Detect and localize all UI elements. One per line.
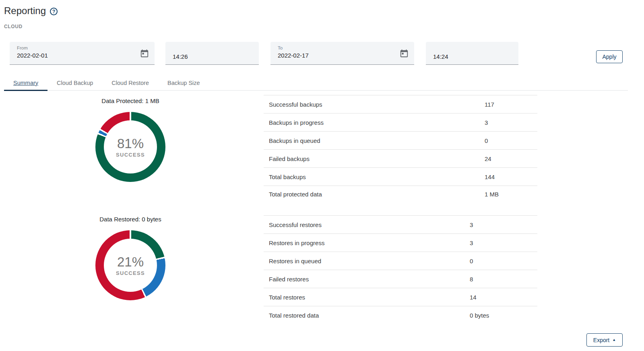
stat-row-failed-restores: Failed restores8 xyxy=(264,270,537,288)
stat-label: Restores in progress xyxy=(269,240,324,246)
stat-row-successful-backups: Successful backups117 xyxy=(264,95,537,114)
stat-value: 117 xyxy=(485,101,494,108)
apply-button[interactable]: Apply xyxy=(596,50,623,63)
from-date-value: 2022-02-01 xyxy=(17,52,150,59)
stat-label: Total protected data xyxy=(269,191,322,198)
donut-center: 21% SUCCESS xyxy=(104,239,157,292)
tab-summary[interactable]: Summary xyxy=(4,75,47,91)
tab-cloud-backup[interactable]: Cloud Backup xyxy=(47,75,102,91)
to-date-field[interactable]: To 2022-02-17 xyxy=(270,42,414,65)
stat-value: 3 xyxy=(485,119,488,126)
stat-value: 14 xyxy=(470,294,477,301)
stat-label: Successful backups xyxy=(269,101,322,108)
tab-bar: SummaryCloud BackupCloud RestoreBackup S… xyxy=(4,75,628,91)
stat-row-successful-restores: Successful restores3 xyxy=(264,216,537,234)
reporting-page: Reporting ? CLOUD From 2022-02-01 14:26 … xyxy=(0,0,644,351)
stat-row-total-restores: Total restores14 xyxy=(264,288,537,306)
stat-label: Failed backups xyxy=(269,155,310,162)
stat-value: 0 xyxy=(485,137,488,144)
stat-value: 1 MB xyxy=(485,191,499,198)
stat-row-restores-in-queued: Restores in queued0 xyxy=(264,252,537,270)
from-time-field[interactable]: 14:26 xyxy=(165,42,259,65)
stat-row-failed-backups: Failed backups24 xyxy=(264,150,537,168)
stat-label: Total restored data xyxy=(269,312,319,319)
export-button[interactable]: Export ▲ xyxy=(586,333,623,347)
to-date-label: To xyxy=(278,45,409,51)
restores-stats-table: Successful restores3Restores in progress… xyxy=(264,216,537,324)
section-label-cloud: CLOUD xyxy=(4,24,23,29)
from-time-value: 14:26 xyxy=(173,53,254,60)
stat-label: Total backups xyxy=(269,173,306,180)
stat-value: 8 xyxy=(470,276,473,283)
from-date-label: From xyxy=(17,45,150,51)
stat-row-total-restored-data: Total restored data0 bytes xyxy=(264,306,537,324)
data-restored-donut: 21% SUCCESS xyxy=(95,230,165,300)
data-protected-title: Data Protected: 1 MB xyxy=(101,97,159,104)
stat-row-backups-in-queued: Backups in queued0 xyxy=(264,132,537,150)
success-percent: 21% xyxy=(117,255,144,269)
stat-value: 0 xyxy=(470,258,473,264)
stat-value: 3 xyxy=(470,240,473,246)
stat-label: Backups in progress xyxy=(269,119,324,126)
page-header: Reporting ? xyxy=(4,5,58,17)
apply-button-label: Apply xyxy=(602,54,616,60)
stat-value: 3 xyxy=(470,221,473,228)
success-label: SUCCESS xyxy=(116,152,145,158)
data-restored-title: Data Restored: 0 bytes xyxy=(99,216,161,223)
calendar-icon[interactable] xyxy=(140,49,149,58)
tab-cloud-restore[interactable]: Cloud Restore xyxy=(102,75,158,91)
stat-label: Total restores xyxy=(269,294,305,301)
success-percent: 81% xyxy=(117,136,144,151)
summary-stats: Successful backups117Backups in progress… xyxy=(264,95,537,324)
page-title: Reporting xyxy=(4,5,46,17)
backups-stats-table: Successful backups117Backups in progress… xyxy=(264,95,537,216)
data-protected-donut: 81% SUCCESS xyxy=(95,112,165,182)
stat-label: Failed restores xyxy=(269,276,309,283)
stat-label: Successful restores xyxy=(269,221,322,228)
help-icon[interactable]: ? xyxy=(50,8,58,15)
stat-value: 0 bytes xyxy=(470,312,489,319)
to-date-value: 2022-02-17 xyxy=(278,52,409,59)
to-time-field[interactable]: 14:24 xyxy=(426,42,518,65)
success-label: SUCCESS xyxy=(116,270,145,276)
to-time-value: 14:24 xyxy=(433,53,514,60)
stat-value: 24 xyxy=(485,155,491,162)
calendar-icon[interactable] xyxy=(400,49,409,58)
charts-column: Data Protected: 1 MB 81% SUCCESS Data Re… xyxy=(10,95,251,320)
donut-center: 81% SUCCESS xyxy=(104,120,157,173)
stat-value: 144 xyxy=(485,173,495,180)
tab-backup-size[interactable]: Backup Size xyxy=(158,75,209,91)
export-button-label: Export xyxy=(593,337,609,343)
stat-row-restores-in-progress: Restores in progress3 xyxy=(264,234,537,252)
stat-row-backups-in-progress: Backups in progress3 xyxy=(264,114,537,132)
data-restored-chart: Data Restored: 0 bytes 21% SUCCESS xyxy=(10,216,251,300)
caret-up-icon: ▲ xyxy=(612,338,616,342)
stat-row-total-protected-data: Total protected data1 MB xyxy=(264,186,537,216)
stat-label: Restores in queued xyxy=(269,258,321,264)
from-date-field[interactable]: From 2022-02-01 xyxy=(10,42,155,65)
stat-label: Backups in queued xyxy=(269,137,320,144)
data-protected-chart: Data Protected: 1 MB 81% SUCCESS xyxy=(10,97,251,182)
stat-row-total-backups: Total backups144 xyxy=(264,168,537,186)
